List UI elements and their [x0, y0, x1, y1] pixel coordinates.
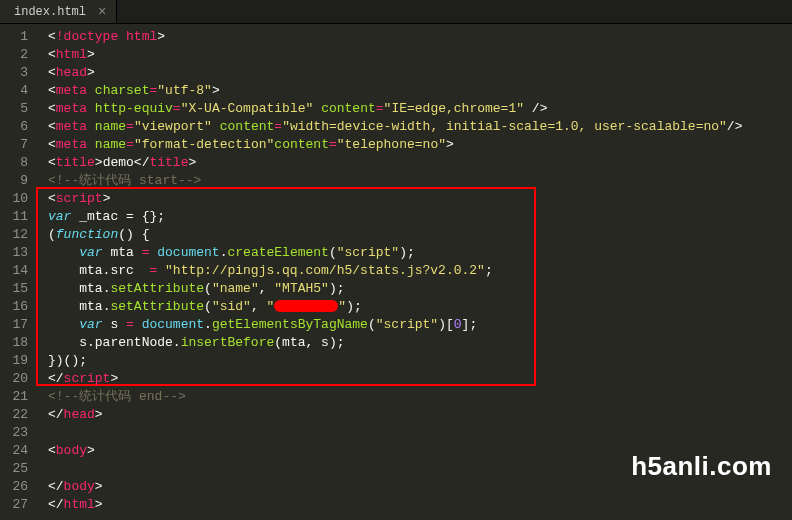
line-number: 19 — [0, 352, 40, 370]
code-line: s.parentNode.insertBefore(mta, s); — [48, 334, 792, 352]
redacted-value — [274, 300, 338, 312]
editor: 1234567891011121314151617181920212223242… — [0, 24, 792, 520]
code-line: <meta http-equiv="X-UA-Compatible" conte… — [48, 100, 792, 118]
tab-bar: index.html × — [0, 0, 792, 24]
line-number: 25 — [0, 460, 40, 478]
code-line: mta.setAttribute("sid", ""); — [48, 298, 792, 316]
code-line: <!--统计代码 end--> — [48, 388, 792, 406]
line-number: 7 — [0, 136, 40, 154]
line-number: 6 — [0, 118, 40, 136]
line-number: 20 — [0, 370, 40, 388]
code-line: <meta name="viewport" content="width=dev… — [48, 118, 792, 136]
code-line: <meta charset="utf-8"> — [48, 82, 792, 100]
line-number: 21 — [0, 388, 40, 406]
code-line: (function() { — [48, 226, 792, 244]
line-number: 18 — [0, 334, 40, 352]
code-line: </script> — [48, 370, 792, 388]
line-number: 23 — [0, 424, 40, 442]
line-number: 3 — [0, 64, 40, 82]
watermark: h5anli.com — [631, 451, 772, 482]
line-number: 12 — [0, 226, 40, 244]
code-area[interactable]: <!doctype html> <html> <head> <meta char… — [40, 24, 792, 520]
code-line: </html> — [48, 496, 792, 514]
line-number: 17 — [0, 316, 40, 334]
line-number: 26 — [0, 478, 40, 496]
code-line: var mta = document.createElement("script… — [48, 244, 792, 262]
code-line: mta.setAttribute("name", "MTAH5"); — [48, 280, 792, 298]
line-number: 22 — [0, 406, 40, 424]
line-number: 24 — [0, 442, 40, 460]
line-number: 8 — [0, 154, 40, 172]
code-line: })(); — [48, 352, 792, 370]
line-number-gutter: 1234567891011121314151617181920212223242… — [0, 24, 40, 520]
line-number: 4 — [0, 82, 40, 100]
code-line: <meta name="format-detection"content="te… — [48, 136, 792, 154]
close-icon[interactable]: × — [98, 5, 106, 19]
line-number: 11 — [0, 208, 40, 226]
line-number: 2 — [0, 46, 40, 64]
code-line: <title>demo</title> — [48, 154, 792, 172]
code-line: mta.src = "http://pingjs.qq.com/h5/stats… — [48, 262, 792, 280]
line-number: 5 — [0, 100, 40, 118]
line-number: 16 — [0, 298, 40, 316]
line-number: 1 — [0, 28, 40, 46]
line-number: 9 — [0, 172, 40, 190]
code-line: <!doctype html> — [48, 28, 792, 46]
code-line: var _mtac = {}; — [48, 208, 792, 226]
code-line: <script> — [48, 190, 792, 208]
code-line: <html> — [48, 46, 792, 64]
line-number: 15 — [0, 280, 40, 298]
line-number: 14 — [0, 262, 40, 280]
code-line: <head> — [48, 64, 792, 82]
line-number: 27 — [0, 496, 40, 514]
line-number: 13 — [0, 244, 40, 262]
code-line: <!--统计代码 start--> — [48, 172, 792, 190]
code-line: var s = document.getElementsByTagName("s… — [48, 316, 792, 334]
tab-filename: index.html — [14, 5, 86, 19]
code-line: </head> — [48, 406, 792, 424]
code-line — [48, 424, 792, 442]
tab-index-html[interactable]: index.html × — [0, 0, 117, 23]
line-number: 10 — [0, 190, 40, 208]
